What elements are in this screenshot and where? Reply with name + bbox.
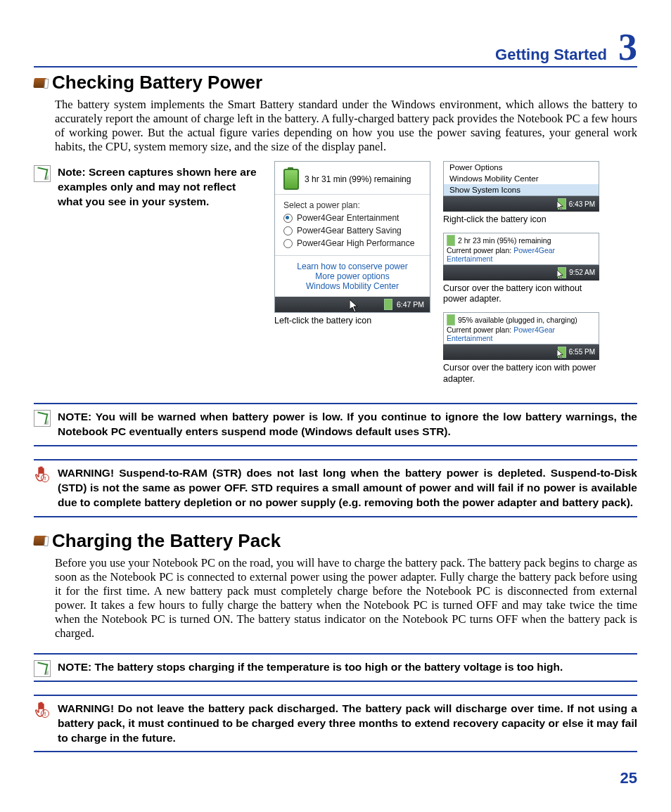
tray-battery-icon[interactable] — [384, 299, 392, 310]
book-icon — [33, 78, 46, 88]
chapter-number: 3 — [618, 28, 637, 66]
tooltip-plan-label: Current power plan: — [447, 246, 511, 254]
popup-links: Learn how to conserve power More power o… — [275, 255, 430, 297]
caption-rightclick: Right-click the battery icon — [443, 214, 599, 226]
section-heading-2: Charging the Battery Pack — [34, 530, 637, 552]
note-stop-charging: NOTE: The battery stops charging if the … — [34, 653, 637, 682]
warning-str: ! WARNING! Suspend-to-RAM (STR) does not… — [34, 459, 637, 517]
heading-checking-battery: Checking Battery Power — [52, 72, 262, 94]
ctx-show-icons[interactable]: Show System Icons — [444, 184, 599, 195]
tooltip-with-adapter: 95% available (plugged in, charging) Cur… — [443, 312, 599, 344]
mini-taskbar-2: 9:52 AM — [443, 265, 599, 281]
mini-taskbar-1: 6:43 PM — [443, 196, 599, 212]
taskbar: 6:47 PM — [275, 297, 430, 312]
section-heading-1: Checking Battery Power — [34, 72, 637, 94]
warning-text: WARNING! Do not leave the battery pack d… — [58, 702, 637, 744]
taskbar-time: 6:43 PM — [569, 200, 595, 208]
plan-option-1[interactable]: Power4Gear Entertainment — [275, 212, 430, 224]
page-number: 25 — [34, 769, 637, 787]
link-mobility-center[interactable]: Windows Mobility Center — [275, 281, 430, 291]
cursor-icon — [557, 201, 565, 212]
chapter-header: Getting Started 3 — [34, 28, 637, 67]
cursor-icon — [557, 349, 565, 360]
battery-status-row: 3 hr 31 min (99%) remaining — [275, 162, 430, 195]
book-icon — [33, 536, 46, 546]
plan-label-2: Power4Gear Battery Saving — [297, 226, 402, 236]
note-screen-captures: Note: Screen captures shown here are exa… — [34, 165, 262, 385]
cursor-icon — [557, 270, 565, 281]
link-more-options[interactable]: More power options — [275, 271, 430, 281]
select-plan-label: Select a power plan: — [275, 195, 430, 212]
svg-text:!: ! — [44, 475, 46, 482]
section-name: Getting Started — [495, 46, 607, 64]
taskbar-time: 9:52 AM — [569, 269, 595, 276]
note-icon — [34, 165, 51, 182]
note-text: Note: Screen captures shown here are exa… — [58, 166, 257, 207]
ctx-power-options[interactable]: Power Options — [444, 162, 599, 173]
tooltip-plan-label: Current power plan: — [447, 326, 511, 334]
note-text: NOTE: The battery stops charging if the … — [58, 661, 563, 673]
ctx-mobility-center[interactable]: Windows Mobility Center — [444, 173, 599, 184]
warning-text: WARNING! Suspend-to-RAM (STR) does not l… — [58, 467, 637, 508]
warning-hand-icon: ! — [34, 702, 51, 718]
plan-option-2[interactable]: Power4Gear Battery Saving — [275, 224, 430, 237]
note-icon — [34, 660, 51, 677]
link-conserve[interactable]: Learn how to conserve power — [275, 262, 430, 271]
plan-label-3: Power4Gear High Performance — [297, 238, 414, 248]
figures-row: Note: Screen captures shown here are exa… — [34, 161, 637, 385]
taskbar-time: 6:47 PM — [397, 300, 424, 309]
tooltip-remaining: 2 hr 23 min (95%) remaining — [458, 236, 551, 245]
warning-discharge: ! WARNING! Do not leave the battery pack… — [34, 695, 637, 753]
battery-icon — [283, 169, 299, 190]
body-text-1: The battery system implements the Smart … — [55, 98, 637, 154]
taskbar-time: 6:55 PM — [569, 348, 595, 356]
tooltip-charging: 95% available (plugged in, charging) — [458, 316, 577, 324]
battery-icon — [447, 235, 455, 246]
context-menu: Power Options Windows Mobility Center Sh… — [443, 161, 599, 196]
mini-taskbar-3: 6:55 PM — [443, 344, 599, 360]
caption-cursor-with-adapter: Cursor over the battery icon with power … — [443, 363, 599, 385]
battery-popup-figure: 3 hr 31 min (99%) remaining Select a pow… — [274, 161, 430, 385]
plan-label-1: Power4Gear Entertainment — [297, 213, 399, 223]
note-text: NOTE: You will be warned when battery po… — [58, 411, 637, 437]
body-text-2: Before you use your Notebook PC on the r… — [55, 556, 637, 640]
note-icon — [34, 410, 51, 427]
warning-hand-icon: ! — [34, 466, 51, 483]
radio-selected-icon — [283, 214, 293, 223]
plan-option-3[interactable]: Power4Gear High Performance — [275, 237, 430, 250]
radio-icon — [283, 239, 293, 248]
caption-leftclick: Left-click the battery icon — [274, 316, 430, 327]
svg-text:!: ! — [44, 711, 46, 717]
battery-charging-icon — [447, 314, 455, 326]
heading-charging-battery: Charging the Battery Pack — [52, 530, 281, 552]
note-low-battery: NOTE: You will be warned when battery po… — [34, 403, 637, 446]
right-figures: Power Options Windows Mobility Center Sh… — [443, 161, 599, 385]
cursor-icon — [350, 299, 361, 314]
tooltip-no-adapter: 2 hr 23 min (95%) remaining Current powe… — [443, 233, 599, 265]
caption-cursor-no-adapter: Cursor over the battery icon without pow… — [443, 283, 599, 305]
remaining-text: 3 hr 31 min (99%) remaining — [305, 174, 411, 184]
radio-icon — [283, 226, 293, 236]
battery-popup: 3 hr 31 min (99%) remaining Select a pow… — [274, 161, 430, 313]
